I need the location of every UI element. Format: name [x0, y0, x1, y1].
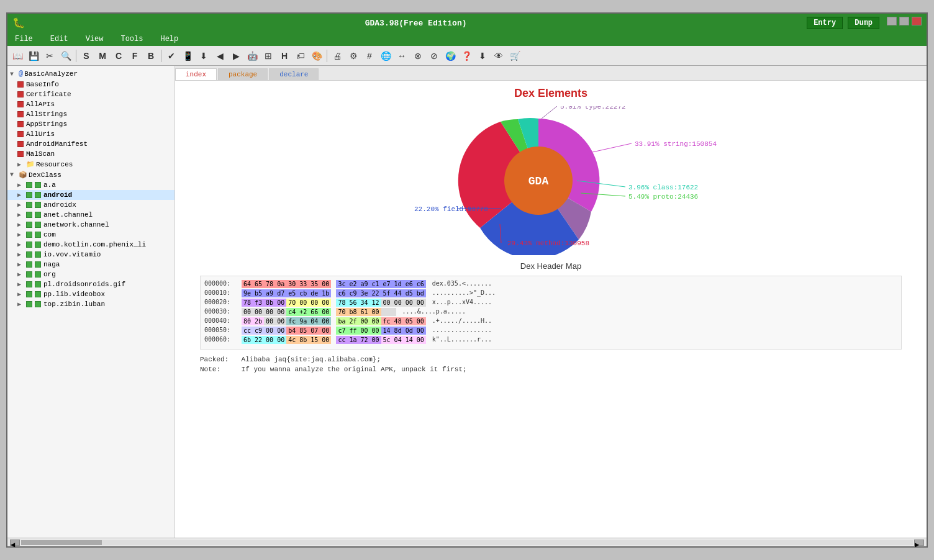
hex-row-6: 000060: 6b 22 00 00 4c 8b 15 00 cc 1a	[204, 336, 897, 344]
app-strings-label: AppStrings	[26, 120, 67, 128]
pkg-icon-com2	[35, 232, 41, 238]
sidebar-app-strings[interactable]: AppStrings	[7, 119, 175, 129]
sidebar-mal-scan[interactable]: MalScan	[7, 149, 175, 159]
sidebar-pkg-io[interactable]: ▶ io.vov.vitamio	[7, 250, 175, 260]
sidebar-pkg-anetwork[interactable]: ▶ anetwork.channel	[7, 220, 175, 230]
toolbar-h[interactable]: H	[277, 48, 292, 63]
scrollbar-track[interactable]	[21, 540, 913, 545]
label-method: 29.43% method:130958	[507, 240, 589, 247]
toolbar-hash[interactable]: #	[362, 48, 377, 63]
note-value: If you wanna analyze the original APK, u…	[242, 366, 467, 373]
all-uris-label: AllUris	[26, 130, 55, 138]
sidebar-pkg-pl[interactable]: ▶ pl.droidsonroids.gif	[7, 279, 175, 289]
sidebar-all-apis[interactable]: AllAPIs	[7, 99, 175, 109]
toolbar-s[interactable]: S	[79, 48, 94, 63]
toolbar-network[interactable]: 🌍	[443, 48, 458, 63]
menu-file[interactable]: File	[12, 34, 35, 44]
maximize-button[interactable]	[899, 17, 909, 25]
toolbar-arrows[interactable]: ↔	[394, 48, 409, 63]
toolbar-check[interactable]: ✔	[164, 48, 179, 63]
hc-0-3: 0a	[275, 280, 286, 288]
leaf-icon-cert	[17, 91, 24, 97]
expand-naga: ▶	[17, 261, 25, 268]
sidebar-all-strings[interactable]: AllStrings	[7, 109, 175, 119]
tab-index[interactable]: index	[175, 68, 217, 80]
sidebar-pkg-naga[interactable]: ▶ naga	[7, 260, 175, 269]
entry-button[interactable]: Entry	[807, 17, 843, 29]
mal-scan-label: MalScan	[26, 150, 55, 158]
sidebar-base-info[interactable]: BaseInfo	[7, 79, 175, 89]
sidebar-pkg-android[interactable]: ▶ android	[7, 190, 175, 200]
toolbar-grid[interactable]: ⊞	[261, 48, 276, 63]
tab-package[interactable]: package	[218, 68, 268, 80]
sidebar-certificate[interactable]: Certificate	[7, 89, 175, 99]
packed-label: Packed:	[200, 356, 237, 363]
pkg-icon-aa	[26, 182, 32, 188]
hex-section: Dex Header Map 000000: 64 65 78 0a 30 33	[188, 255, 914, 382]
toolbar-search[interactable]: 🔍	[58, 48, 73, 63]
toolbar-print[interactable]: 🖨	[330, 48, 345, 63]
hex-row-0: 000000: 64 65 78 0a 30 33 35 00 3c e2	[204, 280, 897, 288]
android-manifest-label: AndroidManifest	[26, 140, 88, 148]
ascii-2: x...p...xV4.....	[432, 299, 492, 307]
addr-5: 000050:	[204, 327, 242, 335]
toolbar-question[interactable]: ❓	[459, 48, 474, 63]
menu-help[interactable]: Help	[158, 34, 181, 44]
sidebar-pkg-top[interactable]: ▶ top.zibin.luban	[7, 299, 175, 309]
expand-io: ▶	[17, 251, 25, 258]
toolbar-android[interactable]: 📱	[180, 48, 195, 63]
toolbar-circuit[interactable]: ⊗	[410, 48, 425, 63]
minimize-button[interactable]	[887, 17, 897, 25]
pkg-icon-demo	[26, 242, 32, 248]
sidebar-basic-analyzer[interactable]: ▼ @ BasicAnalyzer	[7, 68, 175, 79]
sidebar-pkg-com[interactable]: ▶ com	[7, 230, 175, 240]
scroll-right-btn[interactable]: ▶	[914, 540, 924, 546]
sidebar-all-uris[interactable]: AllUris	[7, 129, 175, 139]
menu-edit[interactable]: Edit	[48, 34, 71, 44]
toolbar-tag[interactable]: 🏷	[293, 48, 308, 63]
scroll-left-btn[interactable]: ◀	[10, 540, 20, 546]
sidebar-pkg-aa[interactable]: ▶ a.a	[7, 180, 175, 190]
sidebar-dex-class[interactable]: ▼ 📦 DexClass	[7, 169, 175, 180]
expand-aa: ▶	[17, 181, 25, 189]
toolbar-c[interactable]: C	[111, 48, 126, 63]
toolbar-save[interactable]: 💾	[26, 48, 41, 63]
toolbar-android2[interactable]: ⚙	[346, 48, 361, 63]
leaf-icon-apis	[17, 101, 24, 107]
toolbar-back[interactable]: ◀	[212, 48, 227, 63]
hex-row-3: 000030: 00 00 00 00 c4 +2 66 00 70 b8	[204, 308, 897, 316]
toolbar-export[interactable]: ⬇	[475, 48, 490, 63]
title-bar: 🐛 GDA3.98(Free Edition) Entry Dump	[7, 14, 927, 32]
basic-analyzer-label: BasicAnalyzer	[24, 70, 78, 78]
toolbar-m[interactable]: M	[95, 48, 110, 63]
sidebar-pkg-pp[interactable]: ▶ pp.lib.videobox	[7, 289, 175, 299]
toolbar-eye[interactable]: 👁	[491, 48, 506, 63]
toolbar-color[interactable]: 🎨	[309, 48, 324, 63]
toolbar-book[interactable]: 📖	[10, 48, 25, 63]
expand-icon-res: ▶	[17, 161, 25, 168]
packed-value: Alibaba jaq{site:jaq.alibaba.com};	[242, 356, 381, 363]
toolbar-scissors[interactable]: ✂	[42, 48, 57, 63]
close-button[interactable]	[912, 17, 922, 25]
toolbar-cart[interactable]: 🛒	[507, 48, 522, 63]
toolbar-robot[interactable]: 🤖	[245, 48, 260, 63]
toolbar-filter[interactable]: ⊘	[427, 48, 442, 63]
tab-declare[interactable]: declare	[269, 68, 319, 80]
menu-view[interactable]: View	[83, 34, 106, 44]
hc-0-10: a9	[358, 280, 370, 288]
toolbar-forward[interactable]: ▶	[229, 48, 243, 63]
sidebar-pkg-demo[interactable]: ▶ demo.kotlin.com.phenix_li	[7, 240, 175, 250]
toolbar-globe[interactable]: 🌐	[378, 48, 393, 63]
toolbar-f[interactable]: F	[127, 48, 142, 63]
toolbar-download[interactable]: ⬇	[196, 48, 211, 63]
ascii-3: ....&....p.a.....	[402, 308, 466, 316]
sidebar-android-manifest[interactable]: AndroidManifest	[7, 139, 175, 149]
sidebar-pkg-org[interactable]: ▶ org	[7, 269, 175, 279]
sidebar-resources[interactable]: ▶ 📁 Resources	[7, 159, 175, 169]
sidebar-pkg-anet[interactable]: ▶ anet.channel	[7, 210, 175, 220]
toolbar-b[interactable]: B	[143, 48, 158, 63]
pkg-android-label: android	[43, 191, 72, 199]
menu-tools[interactable]: Tools	[118, 34, 145, 44]
dump-button[interactable]: Dump	[848, 17, 879, 29]
sidebar-pkg-androidx[interactable]: ▶ androidx	[7, 200, 175, 210]
